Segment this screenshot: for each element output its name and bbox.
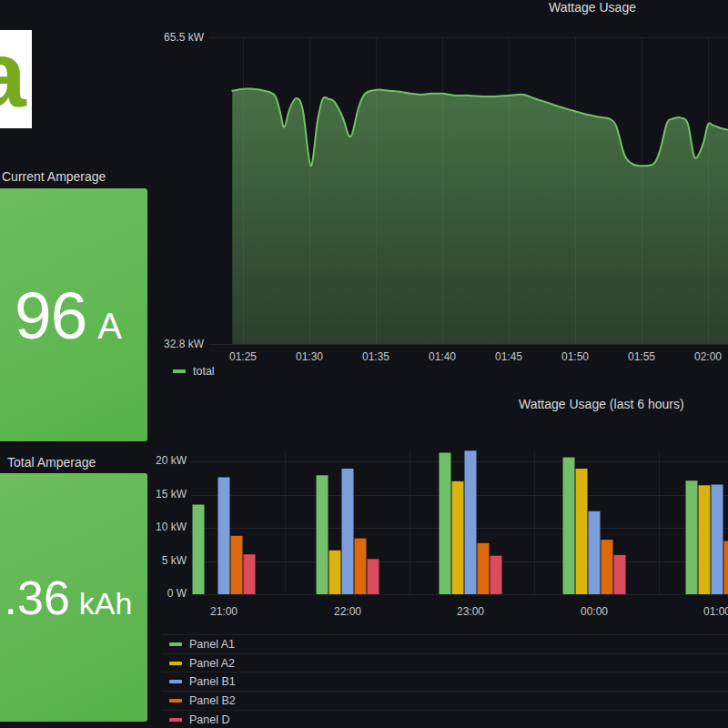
legend-item-total[interactable]: total [173,365,215,378]
legend-label: Panel A1 [189,638,235,651]
bar-panel-b1-00:00[interactable] [589,511,601,594]
x-axis-label: 01:25 [223,350,263,363]
legend-label: Panel B2 [189,694,236,707]
panel-title-wattage-usage[interactable]: Wattage Usage [549,0,636,15]
panel-title-current-amperage[interactable]: Current Amperage [2,169,106,184]
legend-marker [169,642,182,646]
stat-text: .36 kAh [5,571,133,625]
bar-panel-b1-21:00[interactable] [218,478,230,595]
bar-panel-b2-01:00[interactable] [724,541,728,594]
bar-panel-d-21:00[interactable] [244,554,256,594]
bar-panel-a1-23:00[interactable] [440,453,451,595]
wattage-usage-area-chart[interactable] [209,37,728,344]
bar-panel-b1-22:00[interactable] [342,469,354,594]
dashboard: a Current Amperage 96 A Total Amperage .… [0,0,728,728]
bar-panel-d-23:00[interactable] [490,556,502,594]
bar-panel-d-00:00[interactable] [614,555,626,594]
y-axis-label: 0 W [136,587,187,600]
x-axis-label: 21:00 [204,605,244,618]
x-axis-label: 01:00 [697,605,728,618]
x-axis-label: 00:00 [574,605,614,618]
bar-panel-a2-23:00[interactable] [452,481,464,594]
stat-value: .36 [5,571,70,625]
legend-marker-total [173,369,186,373]
x-axis-label: 02:00 [688,350,728,363]
stat-text: 96 A [15,278,122,353]
stat-value: 96 [15,278,86,353]
legend-label: Panel D [189,713,229,726]
x-axis-label: 01:30 [289,350,329,363]
legend-marker [169,662,182,665]
stat-panel-total-amperage: .36 kAh [0,473,147,722]
bar-panel-a2-22:00[interactable] [329,551,341,594]
gridline-horizontal [209,344,728,345]
panel-title-total-amperage[interactable]: Total Amperage [7,455,96,470]
stat-panel-current-amperage: 96 A [0,188,147,441]
legend-label: Panel A2 [189,657,235,670]
x-axis-label: 01:35 [356,350,396,363]
wattage-usage-bar-chart[interactable] [191,450,728,594]
logo-letter: a [0,30,26,121]
x-axis-label: 01:40 [422,350,462,363]
bar-panel-b2-00:00[interactable] [602,540,613,594]
stat-unit: A [97,306,122,347]
legend-marker [169,718,182,722]
legend-item-panel-a1[interactable]: Panel A1 [162,634,728,653]
gridline-horizontal [191,594,728,595]
bar-panel-a1-21:00[interactable] [193,505,205,595]
bar-chart-legend: Panel A1Panel A2Panel B1Panel B2Panel D [162,634,728,728]
bar-panel-b2-23:00[interactable] [478,543,490,594]
y-axis-label: 10 kW [136,521,187,533]
bar-panel-b2-21:00[interactable] [231,536,243,594]
legend-item-panel-b2[interactable]: Panel B2 [162,691,728,710]
stat-unit: kAh [79,586,133,622]
y-axis-label: 15 kW [136,488,187,500]
y-axis-label: 20 kW [136,454,187,467]
panel-title-wattage-usage-6h[interactable]: Wattage Usage (last 6 hours) [519,397,684,411]
legend-marker [169,699,182,703]
area-fill-total [232,88,728,344]
bar-panel-a1-22:00[interactable] [317,475,329,594]
bar-panel-b1-23:00[interactable] [465,450,477,594]
y-axis-label: 5 kW [136,554,187,567]
logo: a [0,30,32,128]
bar-panel-a1-00:00[interactable] [563,458,575,594]
legend-item-panel-a2[interactable]: Panel A2 [162,653,728,672]
x-axis-label: 01:50 [555,350,595,363]
bar-panel-a2-01:00[interactable] [699,485,711,594]
legend-item-panel-d[interactable]: Panel D [162,710,728,728]
legend-label: Panel B1 [189,675,236,688]
bar-panel-b2-22:00[interactable] [355,539,367,594]
bar-panel-a2-00:00[interactable] [576,469,588,594]
x-axis-label: 01:55 [622,350,662,363]
bar-panel-a1-01:00[interactable] [686,480,698,594]
legend-marker [169,680,182,683]
x-axis-label: 01:45 [489,350,529,363]
legend-label-total: total [193,365,215,378]
x-axis-label: 22:00 [328,605,368,618]
y-axis-label-min: 32.8 kW [162,338,204,350]
bar-panel-b1-01:00[interactable] [712,485,723,595]
x-axis-label: 23:00 [450,605,490,618]
y-axis-label-max: 65.5 kW [162,31,204,44]
bar-panel-d-22:00[interactable] [368,559,379,594]
legend-item-panel-b1[interactable]: Panel B1 [162,672,728,691]
